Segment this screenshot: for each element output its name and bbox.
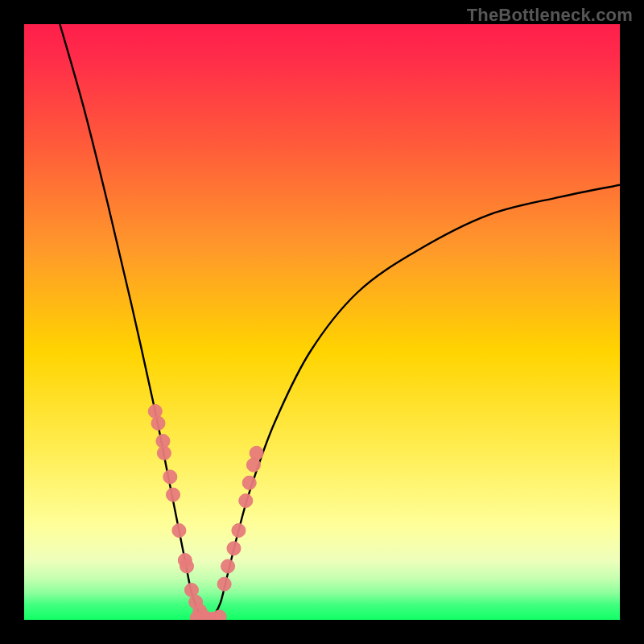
svg-point-15 xyxy=(221,559,235,573)
svg-rect-0 xyxy=(24,24,620,620)
watermark-text: TheBottleneck.com xyxy=(467,5,633,26)
svg-point-27 xyxy=(213,610,226,620)
chart-frame: TheBottleneck.com xyxy=(0,0,644,644)
svg-point-18 xyxy=(239,494,253,508)
svg-point-14 xyxy=(217,577,231,591)
svg-point-21 xyxy=(250,446,263,460)
svg-point-6 xyxy=(167,488,180,502)
svg-point-9 xyxy=(180,559,194,573)
svg-point-20 xyxy=(246,458,260,472)
svg-point-19 xyxy=(242,476,256,489)
svg-point-7 xyxy=(172,524,186,538)
svg-point-2 xyxy=(151,416,165,430)
svg-point-4 xyxy=(157,446,171,460)
chart-plot-area xyxy=(24,24,620,620)
svg-point-5 xyxy=(163,470,177,484)
chart-svg xyxy=(24,24,620,620)
svg-point-1 xyxy=(148,405,162,419)
svg-point-17 xyxy=(232,524,246,538)
svg-point-16 xyxy=(227,542,241,555)
